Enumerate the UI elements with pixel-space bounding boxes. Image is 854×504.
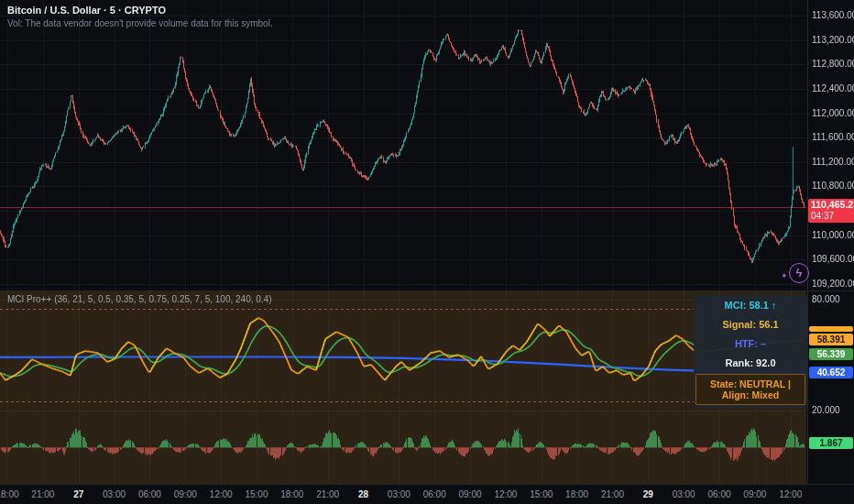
bar-countdown: 04:37 xyxy=(811,211,854,221)
price-tick-label: 110,800.00 xyxy=(812,181,854,191)
time-tick-label: 03:00 xyxy=(103,489,126,499)
time-tick-label: 21:00 xyxy=(316,489,339,499)
symbol-title: Bitcoin / U.S. Dollar · 5 · CRYPTO xyxy=(7,5,166,16)
indicator-value-badge: 40.652 xyxy=(809,367,853,378)
htf-value: HTF: – xyxy=(694,334,807,353)
time-tick-label: 12:00 xyxy=(779,489,802,499)
time-tick-label: 28 xyxy=(358,489,368,499)
flash-boost-icon[interactable]: ϟ xyxy=(789,263,809,283)
time-tick-label: 15:00 xyxy=(245,489,268,499)
price-axis[interactable]: 110,465.23 04:37 113,600.00113,200.00112… xyxy=(807,0,854,484)
time-tick-label: 09:00 xyxy=(459,489,482,499)
tradingview-chart: Bitcoin / U.S. Dollar · 5 · CRYPTO Vol: … xyxy=(0,0,854,504)
time-tick-label: 21:00 xyxy=(601,489,624,499)
time-tick-label: 12:00 xyxy=(494,489,517,499)
time-tick-label: 18:00 xyxy=(0,489,19,499)
rank-value: Rank: 92.0 xyxy=(694,353,807,372)
time-tick-label: 09:00 xyxy=(743,489,766,499)
time-tick-label: 15:00 xyxy=(530,489,553,499)
volume-note: Vol: The data vendor doesn't provide vol… xyxy=(7,18,273,28)
indicator-value-badge: 58.391 xyxy=(809,334,853,345)
indicator-value-badge: 1.867 xyxy=(809,437,853,449)
state-badge: State: NEUTRAL | Align: Mixed xyxy=(695,374,805,405)
time-axis[interactable]: 18:0021:002703:0006:0009:0012:0015:0018:… xyxy=(0,484,854,504)
time-tick-label: 18:00 xyxy=(565,489,588,499)
price-tick-label: 110,000.00 xyxy=(812,230,854,240)
time-tick-label: 03:00 xyxy=(673,489,695,499)
price-tick-label: 109,200.00 xyxy=(812,279,854,289)
oscillator-tick-label: 20.000 xyxy=(812,405,840,415)
time-tick-label: 06:00 xyxy=(707,489,730,499)
oscillator-tick-label: 80.000 xyxy=(812,294,840,304)
time-tick-label: 18:00 xyxy=(280,489,303,499)
price-tick-label: 112,400.00 xyxy=(812,83,854,93)
clipped-value-badge xyxy=(809,326,853,332)
price-tick-label: 111,200.00 xyxy=(812,157,854,167)
indicator-info-box: MCI: 58.1 ↑ Signal: 56.1 HTF: – Rank: 92… xyxy=(694,295,807,408)
time-tick-label: 06:00 xyxy=(138,489,161,499)
last-price-value: 110,465.23 xyxy=(811,199,854,211)
sparkle-icon: ✦ xyxy=(781,271,788,280)
price-tick-label: 109,600.00 xyxy=(812,254,854,264)
indicator-value-badge: 56.339 xyxy=(809,348,853,360)
price-tick-label: 112,000.00 xyxy=(812,108,854,118)
price-tick-label: 113,600.00 xyxy=(812,10,854,20)
time-tick-label: 06:00 xyxy=(423,489,446,499)
mci-value: MCI: 58.1 ↑ xyxy=(694,295,807,314)
time-tick-label: 09:00 xyxy=(174,489,197,499)
time-tick-label: 12:00 xyxy=(210,489,233,499)
price-tick-label: 111,600.00 xyxy=(812,132,854,142)
chart-canvas[interactable] xyxy=(0,0,854,504)
signal-value: Signal: 56.1 xyxy=(694,314,807,334)
price-tick-label: 113,200.00 xyxy=(812,35,854,45)
time-tick-label: 03:00 xyxy=(388,489,411,499)
price-tick-label: 112,800.00 xyxy=(812,59,854,69)
time-tick-label: 21:00 xyxy=(31,489,54,499)
indicator-label[interactable]: MCI Pro++ (36, 21, 5, 0.5, 0.35, 5, 0.75… xyxy=(7,294,272,304)
time-tick-label: 29 xyxy=(643,489,653,499)
time-tick-label: 27 xyxy=(73,489,83,499)
last-price-badge: 110,465.23 04:37 xyxy=(808,199,854,223)
